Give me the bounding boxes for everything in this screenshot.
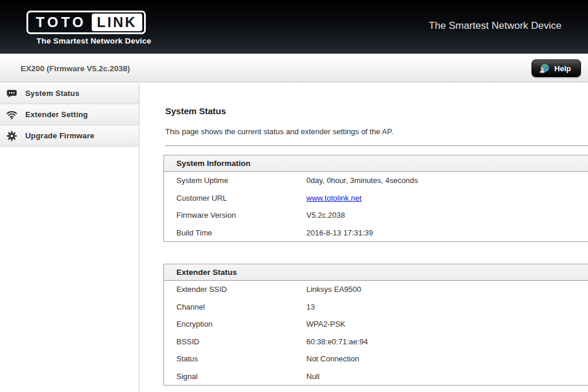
sidebar-item-upgrade-firmware[interactable]: Upgrade Firmware bbox=[0, 125, 139, 147]
logo-text-link: LINK bbox=[92, 14, 142, 31]
sidebar-item-extender-setting[interactable]: Extender Setting bbox=[0, 104, 139, 125]
help-button-label: Help bbox=[554, 64, 571, 73]
chat-bubble-icon bbox=[6, 88, 18, 99]
table-row: Status Not Connection bbox=[164, 350, 588, 368]
system-uptime-value: 0day, 0hour, 3minutes, 4seconds bbox=[306, 176, 588, 185]
status-value: Not Connection bbox=[306, 354, 588, 363]
row-label: Build Time bbox=[164, 228, 306, 237]
row-label: Firmware Version bbox=[164, 211, 306, 220]
sidebar-item-label: Extender Setting bbox=[25, 110, 88, 119]
header-tagline: The Smartest Network Device bbox=[429, 20, 562, 32]
wifi-icon bbox=[6, 109, 18, 121]
customer-url-link[interactable]: www.totolink.net bbox=[306, 194, 362, 202]
logo-tagline: The Smartest Network Device bbox=[36, 36, 151, 45]
sidebar-item-label: Upgrade Firmware bbox=[25, 131, 94, 140]
logo-text-toto: TOTO bbox=[36, 14, 86, 31]
build-time-value: 2016-8-13 17:31:39 bbox=[306, 228, 588, 237]
table-row: Firmware Version V5.2c.2038 bbox=[164, 207, 588, 224]
sidebar-item-label: System Status bbox=[25, 89, 79, 98]
row-label: Signal bbox=[164, 372, 306, 381]
help-globe-person-icon bbox=[539, 62, 550, 74]
row-label: System Uptime bbox=[164, 176, 306, 185]
page-description: This page shows the current status and e… bbox=[165, 127, 393, 136]
panel-title: System Information bbox=[164, 155, 588, 172]
totolink-logo: TOTO LINK The Smartest Network Device bbox=[26, 11, 151, 45]
system-information-panel: System Information System Uptime 0day, 0… bbox=[163, 155, 588, 242]
page: { "header": { "logo_primary": "TOTO", "l… bbox=[0, 0, 588, 392]
table-row: Channel 13 bbox=[164, 298, 588, 316]
table-row: System Uptime 0day, 0hour, 3minutes, 4se… bbox=[164, 172, 588, 190]
extender-ssid-value: Linksys EA9500 bbox=[306, 285, 588, 294]
table-row: Encryption WPA2-PSK bbox=[164, 315, 588, 333]
firmware-version-value: V5.2c.2038 bbox=[306, 211, 588, 220]
device-title: EX200 (Firmware V5.2c.2038) bbox=[21, 64, 130, 73]
sidebar: System Status Extender Setting bbox=[0, 83, 139, 392]
signal-value: Null bbox=[306, 372, 588, 381]
extender-status-panel: Extender Status Extender SSID Linksys EA… bbox=[163, 264, 588, 386]
encryption-value: WPA2-PSK bbox=[306, 320, 588, 328]
row-label: Channel bbox=[164, 303, 306, 311]
table-row: Signal Null bbox=[164, 368, 588, 386]
table-row: BSSID 60:38:e0:71:ae:94 bbox=[164, 333, 588, 351]
bssid-value: 60:38:e0:71:ae:94 bbox=[306, 337, 588, 346]
row-label: Encryption bbox=[164, 320, 306, 328]
table-row: Build Time 2016-8-13 17:31:39 bbox=[164, 224, 588, 242]
page-title: System Status bbox=[165, 106, 226, 116]
totolink-logo-box: TOTO LINK bbox=[26, 11, 146, 34]
table-row: Extender SSID Linksys EA9500 bbox=[164, 281, 588, 298]
panel-title: Extender Status bbox=[164, 264, 588, 281]
table-row: Customer URL www.totolink.net bbox=[164, 190, 588, 207]
row-label: BSSID bbox=[164, 337, 306, 346]
help-button[interactable]: Help bbox=[532, 59, 581, 77]
gear-icon bbox=[6, 130, 18, 142]
header: TOTO LINK The Smartest Network Device Th… bbox=[0, 0, 588, 54]
row-label: Extender SSID bbox=[164, 285, 306, 294]
row-label: Status bbox=[164, 354, 306, 363]
main-content: System Status This page shows the curren… bbox=[140, 83, 588, 392]
sidebar-item-system-status[interactable]: System Status bbox=[0, 83, 139, 104]
channel-value: 13 bbox=[306, 303, 588, 311]
row-label: Customer URL bbox=[164, 194, 306, 202]
subheader: EX200 (Firmware V5.2c.2038) Help bbox=[0, 54, 588, 82]
divider bbox=[165, 145, 588, 146]
